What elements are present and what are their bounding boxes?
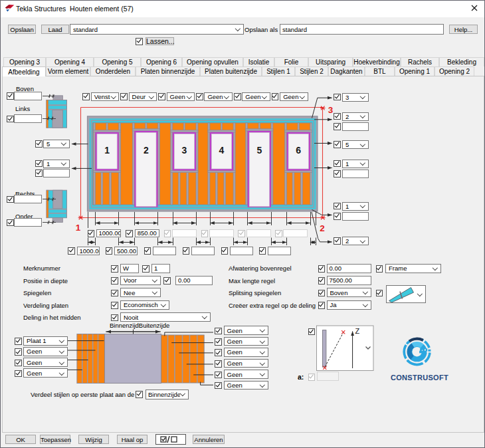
svg-text:1: 1: [104, 145, 110, 156]
svg-text:2: 2: [144, 145, 149, 156]
svg-text:CONSTRUSOFT: CONSTRUSOFT: [391, 374, 448, 382]
svg-text:1: 1: [76, 223, 81, 233]
svg-text:6: 6: [296, 145, 301, 156]
svg-text:3: 3: [182, 145, 187, 156]
svg-text:2: 2: [320, 223, 325, 233]
svg-text:Z: Z: [355, 327, 360, 335]
svg-text:4: 4: [219, 145, 225, 156]
svg-text:3: 3: [328, 105, 334, 115]
svg-text:5: 5: [256, 145, 262, 156]
